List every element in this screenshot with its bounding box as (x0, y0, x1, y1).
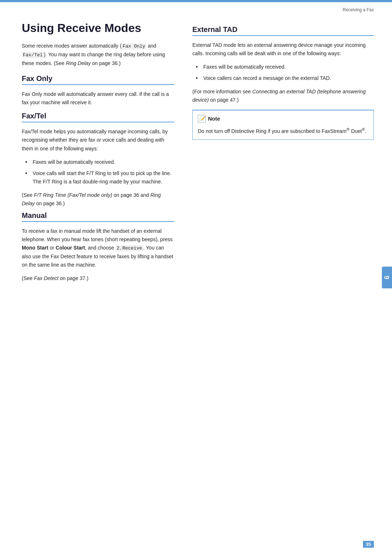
left-column: Using Receive Modes Some receive modes a… (22, 11, 189, 533)
fax-tel-bullet-1: Faxes will be automatically received. (25, 158, 174, 166)
ref-ft-ring-time: F/T Ring Time (Fax/Tel mode only) (34, 192, 112, 198)
fax-tel-body: Fax/Tel mode helps you automatically man… (22, 127, 174, 153)
chapter-tab: 6 (382, 267, 392, 288)
manual-body: To receive a fax in manual mode lift the… (22, 227, 174, 269)
external-tad-bullet-2: Voice callers can record a message on th… (196, 74, 374, 82)
fax-only-body: Fax Only mode will automatically answer … (22, 90, 174, 107)
page-number: 35 (363, 541, 374, 548)
code-2-receive: 2.Receive (115, 245, 143, 251)
section-heading-manual: Manual (22, 211, 174, 222)
page-footer: 35 (363, 541, 374, 548)
ref-ring-delay: Ring Delay (66, 60, 90, 66)
section-heading-external-tad: External TAD (192, 25, 374, 36)
code-fax-only: Fax Only (122, 43, 146, 49)
ref-fax-detect: Fax Detect (34, 275, 58, 281)
external-tad-reference: (For more information see Connecting an … (192, 88, 374, 104)
main-content: Using Receive Modes Some receive modes a… (22, 11, 374, 533)
ref-connecting-external-tad: Connecting an external TAD (telephone an… (192, 89, 366, 103)
section-heading-fax-tel: Fax/Tel (22, 112, 174, 122)
right-column: External TAD External TAD mode lets an e… (189, 11, 374, 533)
note-icon: 📝 (198, 115, 206, 123)
note-box: 📝 Note Do not turn off Distinctive Ring … (192, 110, 374, 140)
external-tad-body: External TAD mode lets an external answe… (192, 41, 374, 58)
section-heading-fax-only: Fax Only (22, 74, 174, 85)
top-accent-bar (0, 0, 392, 2)
note-header: 📝 Note (198, 115, 368, 123)
external-tad-bullets: Faxes will be automatically received. Vo… (196, 63, 374, 82)
fax-tel-reference: (See F/T Ring Time (Fax/Tel mode only) o… (22, 191, 174, 208)
code-fax-tel: Fax/Tel (22, 52, 44, 58)
bold-colour-start: Colour Start (56, 245, 85, 251)
intro-paragraph: Some receive modes answer automatically … (22, 42, 174, 67)
external-tad-bullet-1: Faxes will be automatically received. (196, 63, 374, 71)
fax-tel-bullets: Faxes will be automatically received. Vo… (25, 158, 174, 186)
fax-tel-bullet-2: Voice calls will start the F/T Ring to t… (25, 169, 174, 186)
manual-reference: (See Fax Detect on page 37.) (22, 274, 174, 283)
chapter-number: 6 (383, 276, 391, 279)
page-title: Using Receive Modes (22, 22, 174, 35)
note-label: Note (208, 116, 220, 122)
bold-mono-start: Mono Start (22, 245, 48, 251)
note-text: Do not turn off Distinctive Ring if you … (198, 126, 368, 135)
